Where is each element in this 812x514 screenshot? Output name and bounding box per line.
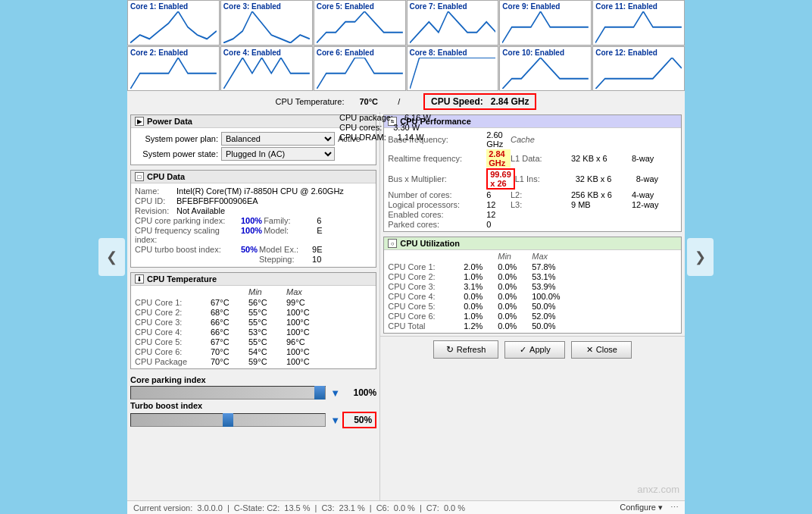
turbo-boost-track[interactable] xyxy=(130,413,326,427)
cpu-speed-label: CPU Speed: xyxy=(431,96,483,107)
power-data-title: Power Data xyxy=(147,117,192,126)
temp-row-label-0: CPU Core 1: xyxy=(135,298,211,307)
temp-col-max: Max xyxy=(286,287,324,296)
cpu-temp-value: 70°C xyxy=(359,97,378,106)
core-graph-3 xyxy=(317,11,403,43)
model-label: Model: xyxy=(264,226,317,244)
enabled-cores-value: 12 xyxy=(486,210,677,219)
close-button[interactable]: ✕ Close xyxy=(571,341,632,359)
core-graph-5 xyxy=(502,11,589,43)
temp-row-label-1: CPU Core 2: xyxy=(135,308,211,317)
util-icon: ○ xyxy=(388,239,397,248)
l2-value: 256 KB x 6 xyxy=(571,190,632,199)
cstate-c2-value: 13.5 % xyxy=(284,503,310,512)
temp-row-label-3: CPU Core 4: xyxy=(135,328,211,337)
enabled-cores-label: Enabled cores: xyxy=(388,210,486,219)
cpu-data-section: □ CPU Data Name: Intel(R) Core(TM) i7-88… xyxy=(130,170,376,268)
temp-row-6: CPU Package 70°C 59°C 100°C xyxy=(135,357,372,366)
family-value: 6 xyxy=(317,216,321,225)
util-row-cur-3: 0.0% xyxy=(464,292,498,301)
cpu-cores-label: CPU cores: xyxy=(339,123,380,132)
version-value: 3.0.0.0 xyxy=(197,503,223,512)
core-cell-4: Core 7: Enabled xyxy=(407,0,499,45)
power-data-content: System power plan: Balanced High perform… xyxy=(131,128,376,165)
cstate-c7-label: C7: xyxy=(426,503,439,512)
power-plan-select[interactable]: Balanced High performance Power saver xyxy=(221,132,335,146)
util-row-6: CPU Total 1.2% 0.0% 50.0% xyxy=(388,321,677,331)
util-row-min-2: 0.0% xyxy=(498,282,532,291)
core-cell-10: Core 8: Enabled xyxy=(407,46,499,92)
nav-right-arrow[interactable]: ❯ xyxy=(687,238,714,276)
util-row-max-5: 52.0% xyxy=(532,312,566,321)
base-freq-value: 2.60 GHz xyxy=(486,130,511,149)
cpu-util-content: Min Max CPU Core 1: 2.0% 0.0% 57.8% CPU … xyxy=(384,250,681,333)
util-row-5: CPU Core 6: 1.0% 0.0% 52.0% xyxy=(388,312,677,321)
util-row-cur-1: 1.0% xyxy=(464,272,498,281)
core-graph-9 xyxy=(317,58,403,89)
close-icon: ✕ xyxy=(586,345,593,355)
core-parking-track[interactable] xyxy=(130,386,326,400)
temp-row-min-5: 54°C xyxy=(248,347,286,356)
core-cell-2: Core 3: Enabled xyxy=(220,0,313,45)
configure-button[interactable]: Configure ▾ xyxy=(620,503,663,512)
temp-row-min-1: 55°C xyxy=(248,308,286,317)
power-state-select[interactable]: Plugged In (AC) On Battery (DC) xyxy=(221,147,335,161)
core-label-1: Core 1: Enabled xyxy=(130,2,217,11)
temp-row-3: CPU Core 4: 66°C 53°C 100°C xyxy=(135,328,372,337)
l3-label: L3: xyxy=(511,200,571,209)
l1i-label: L1 Ins: xyxy=(515,174,576,183)
core-parking-value: 100% xyxy=(241,216,262,225)
bottom-buttons: ↻ Refresh ✓ Apply ✕ Close xyxy=(380,336,685,362)
turbo-boost-thumb[interactable] xyxy=(223,413,233,427)
cpu-temp-header: 🌡 CPU Temperature xyxy=(131,273,376,286)
refresh-button[interactable]: ↻ Refresh xyxy=(433,340,499,359)
temp-row-min-0: 56°C xyxy=(248,298,286,307)
temp-row-max-6: 100°C xyxy=(286,357,324,366)
temp-row-label-2: CPU Core 3: xyxy=(135,318,211,327)
nav-left-arrow[interactable]: ❮ xyxy=(98,238,125,276)
cstate-c2-label: C-State: C2: xyxy=(234,503,280,512)
core-label-10: Core 8: Enabled xyxy=(410,49,496,57)
core-parking-slider-container: ▼ 100% xyxy=(130,386,376,400)
power-icon: ▶ xyxy=(135,117,144,126)
temp-row-min-4: 55°C xyxy=(248,337,286,346)
turbo-boost-slider-row: Turbo boost index ▼ 50% xyxy=(130,401,376,428)
version-label: Current version: xyxy=(133,503,192,512)
l2-assoc: 4-way xyxy=(632,190,677,199)
power-state-label: System power state: xyxy=(135,149,218,158)
temp-row-0: CPU Core 1: 67°C 56°C 99°C xyxy=(135,298,372,307)
turbo-boost-slider-label: Turbo boost index xyxy=(130,401,376,410)
refresh-label: Refresh xyxy=(457,345,486,354)
util-row-label-0: CPU Core 1: xyxy=(388,262,464,271)
left-panel: ▶ Power Data System power plan: Balanced… xyxy=(127,112,380,500)
temp-row-max-3: 100°C xyxy=(286,328,324,337)
util-row-max-0: 57.8% xyxy=(532,262,566,271)
util-row-label-6: CPU Total xyxy=(388,321,464,331)
core-graph-4 xyxy=(410,11,496,43)
cpu-temp-section: 🌡 CPU Temperature Min Max CPU Core 1: 67… xyxy=(130,272,376,369)
cpu-dram-label: CPU DRAM: xyxy=(339,133,380,142)
core-cell-1: Core 1: Enabled xyxy=(127,0,220,45)
temp-row-cur-1: 68°C xyxy=(211,308,248,317)
turbo-boost-label: CPU turbo boost index: xyxy=(135,245,241,264)
stepping-value: 10 xyxy=(312,255,321,264)
temp-row-4: CPU Core 5: 67°C 55°C 96°C xyxy=(135,337,372,346)
core-cell-9: Core 6: Enabled xyxy=(314,46,406,92)
temp-row-cur-3: 66°C xyxy=(211,328,248,337)
core-label-9: Core 6: Enabled xyxy=(317,49,403,57)
core-graph-10 xyxy=(410,58,496,89)
cstate-c3-label: C3: xyxy=(321,503,334,512)
l1d-label: L1 Data: xyxy=(511,154,571,163)
temp-row-min-6: 59°C xyxy=(248,357,286,366)
temp-row-max-4: 96°C xyxy=(286,337,324,346)
core-label-11: Core 10: Enabled xyxy=(502,49,589,57)
util-row-label-3: CPU Core 4: xyxy=(388,292,464,301)
apply-button[interactable]: ✓ Apply xyxy=(504,341,565,359)
cpu-temp-title: CPU Temperature xyxy=(147,274,217,284)
temp-row-cur-4: 67°C xyxy=(211,337,248,346)
core-parking-thumb[interactable] xyxy=(314,386,325,400)
core-graph-7 xyxy=(130,58,217,89)
parked-cores-value: 0 xyxy=(486,220,677,229)
close-label: Close xyxy=(596,345,617,354)
num-cores-value: 6 xyxy=(486,190,511,199)
